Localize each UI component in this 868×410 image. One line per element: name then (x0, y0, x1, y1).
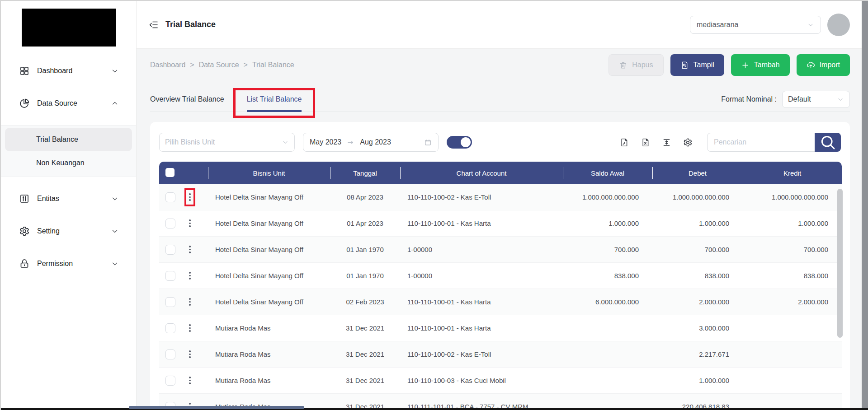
horizontal-scrollbar[interactable] (129, 406, 304, 409)
hapus-label: Hapus (632, 61, 653, 69)
content: Dashboard > Data Source > Trial Balance … (137, 49, 868, 410)
cell-debet: 838.000 (652, 263, 743, 289)
sidebar-subitem-non-keuangan[interactable]: Non Keuangan (1, 151, 136, 175)
cell-bisnis-unit: Mutiara Roda Mas (208, 368, 330, 394)
cell-bisnis-unit: Hotel Delta Sinar Mayang Off (208, 237, 330, 263)
select-all-checkbox[interactable] (165, 168, 175, 177)
cell-chart-of-account: 110-110-100-02 - Kas E-Toll (400, 341, 563, 368)
row-actions-kebab-icon[interactable] (189, 246, 191, 253)
row-actions-kebab-icon[interactable] (189, 350, 191, 358)
tambah-button[interactable]: Tambah (731, 54, 790, 76)
chevron-down-icon (282, 139, 289, 146)
breadcrumb-data-source[interactable]: Data Source (199, 61, 239, 69)
tab-list-trial-balance[interactable]: List Trial Balance (247, 87, 302, 112)
breadcrumb-separator: > (244, 61, 248, 69)
sidebar-item-data-source[interactable]: Data Source (1, 93, 136, 114)
row-checkbox[interactable] (165, 297, 175, 307)
lock-icon (19, 258, 30, 269)
chevron-up-icon (111, 99, 119, 107)
breadcrumb: Dashboard > Data Source > Trial Balance (150, 61, 294, 69)
tampil-label: Tampil (693, 61, 714, 69)
row-actions-annotation (184, 241, 195, 259)
table-settings-icon[interactable] (683, 138, 693, 147)
row-actions-kebab-icon[interactable] (189, 272, 191, 280)
search-input[interactable] (707, 133, 815, 152)
sidebar-item-label: Data Source (37, 99, 111, 107)
export-excel-icon[interactable] (641, 138, 650, 147)
sidebar-subitem-trial-balance[interactable]: Trial Balance (5, 128, 132, 151)
breadcrumb-trial-balance[interactable]: Trial Balance (252, 61, 294, 69)
company-select[interactable]: mediasarana (690, 16, 821, 34)
sidebar-nav: DashboardData SourceTrial BalanceNon Keu… (1, 60, 136, 275)
table-row: Hotel Delta Sinar Mayang Off01 Apr 20231… (159, 210, 842, 237)
user-avatar[interactable] (827, 14, 850, 36)
search-button[interactable] (815, 133, 841, 152)
cell-chart-of-account: 110-110-100-01 - Kas Harta (400, 289, 563, 315)
format-nominal-select[interactable]: Default (782, 91, 850, 108)
row-actions-kebab-icon[interactable] (189, 193, 191, 201)
row-checkbox[interactable] (165, 271, 175, 281)
col-chart-of-account: Chart of Account (400, 162, 563, 184)
row-actions-kebab-icon[interactable] (189, 298, 191, 306)
sidebar-submenu: Trial BalanceNon Keuangan (1, 125, 136, 177)
row-checkbox[interactable] (165, 349, 175, 359)
row-checkbox[interactable] (165, 192, 175, 202)
row-checkbox[interactable] (165, 245, 175, 255)
tambah-label: Tambah (754, 61, 780, 69)
chevron-down-icon (111, 260, 119, 268)
date-range-picker[interactable]: May 2023 Aug 2023 (303, 133, 439, 152)
row-checkbox[interactable] (165, 323, 175, 333)
arrow-right-icon (347, 139, 354, 146)
tab-overview-trial-balance[interactable]: Overview Trial Balance (150, 87, 224, 112)
row-actions-kebab-icon[interactable] (189, 324, 191, 332)
row-actions-kebab-icon[interactable] (189, 219, 191, 227)
row-actions-annotation (184, 188, 195, 206)
sidebar-item-label: Permission (37, 260, 111, 268)
row-actions-annotation (184, 214, 195, 233)
cell-kredit: 838.000 (743, 263, 842, 289)
table-row: Mutiara Roda Mas31 Dec 2021110-110-100-0… (159, 368, 842, 394)
cell-tanggal: 01 Jan 1970 (330, 237, 400, 263)
import-label: Import (820, 61, 840, 69)
sliders-icon (19, 193, 30, 204)
cell-saldo-awal (563, 341, 652, 368)
row-checkbox[interactable] (165, 219, 175, 228)
cell-debet: 1.000.000.000.000 (652, 184, 743, 210)
row-actions-annotation (184, 372, 195, 390)
cell-bisnis-unit: Hotel Delta Sinar Mayang Off (208, 289, 330, 315)
cell-tanggal: 31 Dec 2021 (330, 368, 400, 394)
company-select-value: mediasarana (697, 21, 807, 29)
row-actions-kebab-icon[interactable] (189, 377, 191, 384)
sidebar-item-setting[interactable]: Setting (1, 220, 136, 242)
main-area: Trial Balance mediasarana Dashboard > Da… (137, 1, 868, 410)
tab-bar: Overview Trial Balance List Trial Balanc… (150, 87, 302, 112)
app-window: DashboardData SourceTrial BalanceNon Keu… (0, 0, 868, 410)
sidebar-item-label: Dashboard (37, 67, 111, 75)
hapus-button[interactable]: Hapus (609, 54, 663, 76)
col-saldo-awal: Saldo Awal (563, 162, 652, 184)
search-icon (815, 133, 841, 152)
col-tanggal: Tanggal (330, 162, 400, 184)
sidebar-item-entitas[interactable]: Entitas (1, 188, 136, 210)
cloud-upload-icon (807, 61, 815, 70)
chevron-down-icon (111, 67, 119, 75)
breadcrumb-dashboard[interactable]: Dashboard (150, 61, 185, 69)
cell-saldo-awal: 1.000.000.000.000 (563, 184, 652, 210)
row-height-icon[interactable] (662, 138, 671, 147)
table-vertical-scrollbar[interactable] (837, 189, 843, 338)
import-button[interactable]: Import (797, 54, 850, 76)
export-pdf-icon[interactable] (619, 138, 629, 147)
table-header-row: Bisnis Unit Tanggal Chart of Account Sal… (159, 162, 842, 184)
cell-chart-of-account: 1-00000 (400, 237, 563, 263)
sidebar-item-permission[interactable]: Permission (1, 253, 136, 275)
sidebar-item-dashboard[interactable]: Dashboard (1, 60, 136, 82)
filter-toggle[interactable] (447, 136, 472, 149)
cell-bisnis-unit: Hotel Delta Sinar Mayang Off (208, 210, 330, 237)
tampil-button[interactable]: Tampil (670, 54, 724, 76)
row-checkbox[interactable] (165, 376, 175, 386)
plus-icon (741, 61, 750, 70)
cell-tanggal: 31 Dec 2021 (330, 341, 400, 368)
cell-tanggal: 01 Jan 1970 (330, 263, 400, 289)
sidebar-collapse-icon[interactable] (148, 19, 159, 30)
bisnis-unit-select[interactable]: Pilih Bisnis Unit (159, 133, 295, 152)
